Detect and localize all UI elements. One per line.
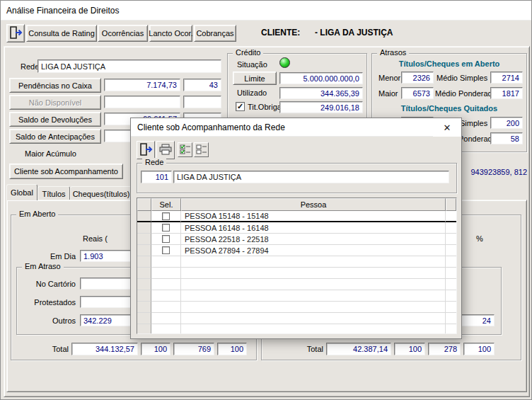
row-pessoa: PESSOA 22518 - 22518	[181, 234, 446, 245]
quitados-medio-ponderado-field: 58	[490, 132, 523, 144]
tit-obrigacao-checkbox[interactable]	[236, 102, 245, 111]
cliente-value: - LIGA DA JUSTIÇA	[315, 28, 393, 38]
percent-column-header: %	[476, 234, 483, 243]
credito-caption: Crédito	[233, 48, 263, 57]
row-checkbox[interactable]	[162, 224, 170, 232]
modal-check-all-button[interactable]	[178, 142, 192, 157]
nao-disponivel-button: Não Disponível	[9, 95, 101, 110]
ocorrencias-button[interactable]: Ocorrências	[98, 25, 148, 42]
row-indicator	[137, 211, 151, 222]
right-total-reais-field: 42.387,14	[326, 343, 391, 355]
tab-cheques-titulos[interactable]: Cheques(títulos)	[70, 186, 132, 200]
grid-empty-row	[137, 324, 456, 334]
pendencias-caixa-button[interactable]: Pendências no Caixa	[9, 78, 101, 93]
grid-sel-header: Sel.	[151, 198, 181, 211]
tab-global[interactable]: Global	[6, 184, 37, 200]
pendencias-count-field: 43	[183, 79, 221, 91]
maior-label: Maior	[378, 89, 398, 98]
main-titlebar: Análise Financeira de Direitos	[1, 1, 532, 21]
modal-exit-button[interactable]	[137, 141, 155, 159]
total-label: Total	[29, 345, 69, 353]
uncheck-all-icon	[196, 144, 207, 156]
em-aberto-caption: Em Aberto	[16, 210, 58, 218]
rede-label: Rede	[21, 62, 39, 71]
menor-field: 2326	[401, 72, 434, 84]
nao-disponivel-value-field	[104, 96, 180, 108]
right-outros-field: 24	[461, 314, 495, 326]
grid-empty-row	[137, 256, 456, 268]
application-window: Análise Financeira de Direitos Consulta …	[0, 0, 532, 400]
total-pct1-field: 100	[141, 343, 170, 355]
modal-rede-code-field: 101	[141, 171, 172, 183]
grid-header-row: Sel. Pessoa	[137, 198, 456, 211]
cobrancas-button[interactable]: Cobranças	[194, 25, 236, 42]
tit-obrigacao-field: 249.016,18	[279, 101, 363, 113]
grid-row[interactable]: PESSOA 22518 - 22518	[137, 234, 456, 245]
modal-print-button[interactable]	[156, 141, 175, 159]
exit-button[interactable]	[6, 24, 25, 42]
utilizado-field: 344.365,39	[279, 87, 363, 99]
printer-icon	[158, 144, 173, 156]
modal-title: Cliente sob Acompanhamento da Rede	[137, 122, 285, 132]
grid-row[interactable]: PESSOA 16148 - 16148	[137, 222, 456, 234]
modal-rede-caption: Rede	[142, 158, 166, 166]
grid-row[interactable]: PESSOA 15148 - 15148	[137, 211, 456, 222]
nao-disponivel-count-field	[183, 96, 221, 108]
row-indicator	[137, 245, 151, 256]
titulos-quitados-heading: Títulos/Cheques Quitados	[373, 104, 526, 113]
row-checkbox[interactable]	[162, 235, 170, 243]
limite-button[interactable]: Limite	[233, 72, 277, 85]
titulos-aberto-heading: Títulos/Cheques em Aberto	[373, 59, 526, 68]
modal-close-button[interactable]: ✕	[433, 118, 461, 137]
grid-empty-row	[137, 279, 456, 290]
grid-pessoa-header: Pessoa	[181, 198, 446, 211]
tab-titulos[interactable]: Títulos	[37, 186, 70, 200]
em-atraso-caption: Em Atraso	[22, 262, 64, 270]
check-all-icon	[180, 144, 191, 156]
row-checkbox[interactable]	[162, 246, 170, 254]
grid-empty-row	[137, 268, 456, 279]
row-checkbox[interactable]	[162, 212, 170, 220]
modal-uncheck-all-button[interactable]	[194, 142, 209, 157]
reais-column-header: Reais (	[83, 234, 108, 243]
protestados-label: Protestados	[22, 298, 76, 307]
em-dia-label: Em Dia	[29, 252, 76, 261]
modal-window: Cliente sob Acompanhamento da Rede ✕	[130, 118, 462, 339]
cliente-acompanhamento-button[interactable]: Cliente sob Acompanhamento	[9, 164, 123, 179]
exit-door-icon	[139, 143, 153, 157]
consulta-rating-button[interactable]: Consulta de Rating	[26, 25, 97, 42]
right-total-qtd-field: 278	[428, 343, 461, 355]
row-pessoa: PESSOA 15148 - 15148	[181, 211, 446, 222]
modal-titlebar: Cliente sob Acompanhamento da Rede	[131, 118, 461, 137]
pendencias-value-field: 7.174,73	[104, 79, 180, 91]
cliente-label: CLIENTE:	[261, 28, 300, 38]
exit-door-icon	[8, 26, 23, 40]
grid-empty-row	[137, 302, 456, 313]
row-pessoa: PESSOA 16148 - 16148	[181, 222, 446, 234]
maior-acumulo-label: Maior Acúmulo	[25, 149, 76, 158]
total-qtd-field: 769	[173, 343, 214, 355]
row-pessoa: PESSOA 27894 - 27894	[181, 245, 446, 256]
medio-ponderado-label: Médio Ponderado	[435, 89, 497, 98]
quitados-medio-simples-field: 200	[490, 117, 523, 129]
situacao-label: Situação	[237, 60, 267, 69]
limite-field: 5.000.000.000,0	[279, 72, 363, 84]
saldo-antecipacoes-button[interactable]: Saldo de Antecipações	[9, 129, 101, 144]
menor-label: Menor	[378, 74, 400, 82]
maior-field: 6573	[401, 87, 434, 99]
cliente-header: CLIENTE: - LIGA DA JUSTIÇA	[261, 28, 393, 38]
saldo-devolucoes-button[interactable]: Saldo de Devoluções	[9, 112, 101, 127]
atrasos-caption: Atrasos	[377, 48, 409, 57]
situacao-led-icon	[279, 57, 290, 68]
window-title: Análise Financeira de Direitos	[6, 6, 119, 16]
right-total-pct1-field: 100	[394, 343, 425, 355]
lancto-ocor-button[interactable]: Lancto Ocor.	[149, 25, 192, 42]
rede-field[interactable]: LIGA DA JUSTIÇA	[37, 59, 221, 73]
medio-simples-label: Médio Simples	[436, 74, 487, 82]
pessoa-grid: Sel. Pessoa PESSOA 15148 - 15148 PESSOA …	[137, 198, 457, 334]
row-indicator	[137, 234, 151, 245]
grid-extra-header	[446, 198, 456, 211]
total-reais-field: 344.132,57	[71, 343, 138, 355]
grid-row[interactable]: PESSOA 27894 - 27894	[137, 245, 456, 256]
right-total-pct2-field: 100	[463, 343, 495, 355]
